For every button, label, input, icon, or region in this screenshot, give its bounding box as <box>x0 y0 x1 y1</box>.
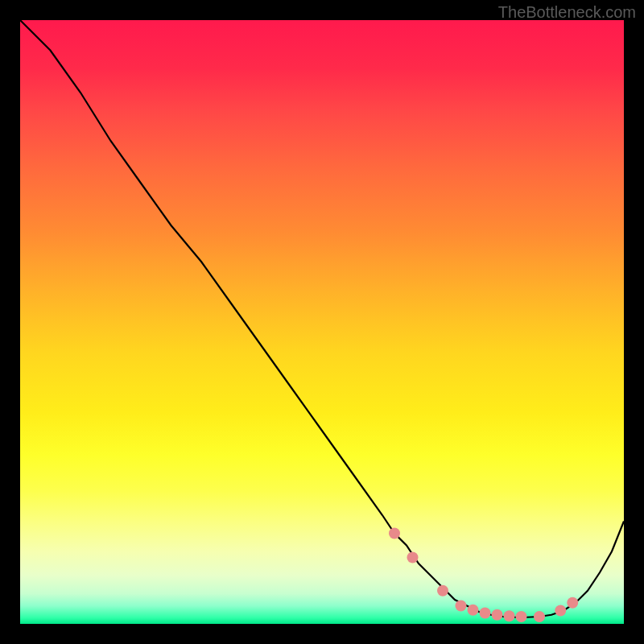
marker-dot <box>516 611 527 622</box>
marker-dot <box>492 609 503 621</box>
marker-dot <box>567 597 578 609</box>
marker-dot <box>389 528 400 539</box>
marker-dot <box>534 611 545 622</box>
marker-dot <box>407 552 419 564</box>
marker-dot <box>504 610 515 621</box>
marker-group <box>389 528 578 623</box>
marker-dot <box>468 605 479 616</box>
marker-dot <box>437 585 448 597</box>
chart-svg <box>20 20 624 624</box>
watermark-text: TheBottleneck.com <box>498 3 636 22</box>
marker-dot <box>480 608 491 619</box>
chart-background-gradient <box>20 20 624 624</box>
marker-dot <box>456 601 467 612</box>
marker-dot <box>555 605 566 617</box>
bottleneck-curve <box>20 20 624 617</box>
